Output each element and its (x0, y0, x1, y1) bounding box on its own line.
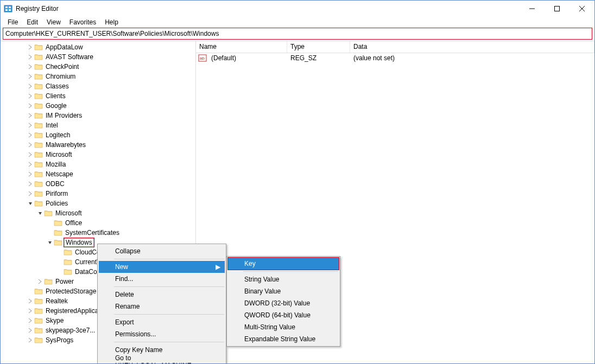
chevron-right-icon[interactable] (27, 327, 34, 334)
tree-node-mozilla[interactable]: Mozilla (1, 159, 195, 169)
menu-item-new[interactable]: New▶ (99, 261, 225, 273)
tree-node-odbc[interactable]: ODBC (1, 179, 195, 189)
chevron-right-icon (46, 229, 54, 237)
menu-item-permissions-[interactable]: Permissions... (99, 328, 225, 340)
menu-favorites[interactable]: Favorites (66, 17, 100, 27)
menu-item-label: Key (244, 260, 256, 267)
folder-icon (34, 141, 43, 149)
tree-node-piriform[interactable]: Piriform (1, 189, 195, 199)
menu-item-multi-string-value[interactable]: Multi-String Value (228, 321, 339, 333)
chevron-down-icon[interactable] (46, 239, 54, 246)
tree-node-appdatalow[interactable]: AppDataLow (1, 42, 195, 52)
chevron-right-icon[interactable] (27, 43, 34, 51)
tree-node-clients[interactable]: Clients (1, 91, 195, 101)
list-header: Name Type Data (196, 41, 594, 53)
context-menu: CollapseNew▶Find...DeleteRenameExportPer… (97, 244, 226, 364)
menu-separator (243, 271, 338, 272)
folder-icon (54, 219, 62, 227)
tree-label: Malwarebytes (45, 141, 87, 149)
chevron-right-icon[interactable] (27, 92, 34, 100)
chevron-right-icon[interactable] (27, 297, 34, 305)
string-value-icon: ab (198, 54, 207, 62)
close-button[interactable] (569, 1, 594, 17)
chevron-right-icon[interactable] (27, 141, 34, 149)
chevron-right-icon[interactable] (27, 112, 34, 119)
tree-node-logitech[interactable]: Logitech (1, 130, 195, 140)
regedit-icon (4, 4, 12, 13)
chevron-right-icon[interactable] (27, 53, 34, 61)
folder-icon (34, 336, 43, 344)
tree-node-classes[interactable]: Classes (1, 81, 195, 91)
svg-rect-2 (9, 7, 11, 8)
tree-label: Microsoft (54, 209, 83, 217)
col-type[interactable]: Type (287, 41, 350, 53)
tree-label: SystemCertificates (64, 229, 121, 237)
menu-item-qword-64-bit-value[interactable]: QWORD (64-bit) Value (228, 309, 339, 321)
menu-item-delete[interactable]: Delete (99, 289, 225, 301)
menu-item-find-[interactable]: Find... (99, 273, 225, 285)
menu-item-key[interactable]: Key (228, 258, 339, 270)
tree-node-microsoft[interactable]: Microsoft (1, 208, 195, 218)
menu-item-dword-32-bit-value[interactable]: DWORD (32-bit) Value (228, 297, 339, 309)
chevron-right-icon[interactable] (27, 180, 34, 188)
chevron-right-icon (56, 248, 64, 256)
menu-item-collapse[interactable]: Collapse (99, 245, 225, 257)
tree-node-policies[interactable]: Policies (1, 199, 195, 208)
menu-item-go-to-hkey-local-machine[interactable]: Go to HKEY_LOCAL_MACHINE (99, 356, 225, 364)
chevron-down-icon[interactable] (36, 209, 44, 217)
tree-node-microsoft[interactable]: Microsoft (1, 150, 195, 159)
tree-label: Office (64, 219, 83, 227)
menu-item-label: Find... (115, 275, 133, 283)
tree-node-intel[interactable]: Intel (1, 120, 195, 130)
chevron-right-icon[interactable] (36, 278, 44, 285)
menu-item-string-value[interactable]: String Value (228, 273, 339, 285)
chevron-right-icon[interactable] (27, 102, 34, 110)
chevron-right-icon[interactable] (27, 82, 34, 90)
tree-label: Netscape (45, 170, 74, 178)
chevron-right-icon[interactable] (27, 317, 34, 324)
chevron-right-icon (27, 288, 34, 295)
menu-help[interactable]: Help (101, 17, 122, 27)
chevron-right-icon[interactable] (27, 73, 34, 80)
address-bar[interactable]: Computer\HKEY_CURRENT_USER\Software\Poli… (3, 28, 592, 40)
menu-item-expandable-string-value[interactable]: Expandable String Value (228, 333, 339, 345)
chevron-right-icon[interactable] (27, 131, 34, 139)
tree-node-chromium[interactable]: Chromium (1, 72, 195, 81)
menu-file[interactable]: File (4, 17, 22, 27)
folder-icon (34, 43, 43, 51)
list-row[interactable]: ab(Default)REG_SZ(value not set) (196, 53, 594, 63)
chevron-right-icon[interactable] (27, 336, 34, 344)
tree-node-checkpoint[interactable]: CheckPoint (1, 62, 195, 72)
tree-node-im-providers[interactable]: IM Providers (1, 111, 195, 120)
menu-item-rename[interactable]: Rename (99, 301, 225, 312)
tree-node-office[interactable]: Office (1, 218, 195, 228)
menu-item-binary-value[interactable]: Binary Value (228, 285, 339, 297)
col-data[interactable]: Data (350, 41, 594, 53)
folder-icon (34, 82, 43, 90)
chevron-right-icon[interactable] (27, 122, 34, 129)
chevron-right-icon[interactable] (27, 151, 34, 158)
menu-view[interactable]: View (43, 17, 65, 27)
chevron-down-icon[interactable] (27, 200, 34, 207)
tree-label: Logitech (45, 131, 71, 139)
chevron-right-icon[interactable] (27, 307, 34, 315)
maximize-button[interactable] (545, 1, 569, 17)
svg-rect-1 (5, 7, 8, 8)
tree-node-avast-software[interactable]: AVAST Software (1, 52, 195, 62)
tree-node-google[interactable]: Google (1, 101, 195, 111)
menu-item-export[interactable]: Export (99, 316, 225, 328)
folder-icon (34, 190, 43, 197)
svg-rect-6 (555, 7, 560, 11)
tree-node-netscape[interactable]: Netscape (1, 169, 195, 179)
col-name[interactable]: Name (196, 41, 287, 53)
menu-item-label: Permissions... (115, 330, 156, 338)
minimize-button[interactable] (520, 1, 545, 17)
chevron-right-icon[interactable] (27, 170, 34, 178)
chevron-right-icon[interactable] (27, 190, 34, 197)
chevron-right-icon[interactable] (27, 63, 34, 71)
tree-node-malwarebytes[interactable]: Malwarebytes (1, 140, 195, 150)
menu-edit[interactable]: Edit (23, 17, 42, 27)
tree-label: skypeapp-3ce7... (45, 327, 96, 334)
chevron-right-icon[interactable] (27, 161, 34, 168)
tree-node-systemcertificates[interactable]: SystemCertificates (1, 228, 195, 238)
